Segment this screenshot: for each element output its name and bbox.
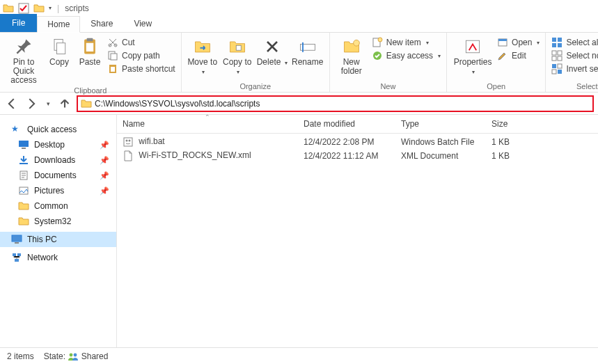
documents-icon	[18, 170, 29, 181]
tab-home[interactable]: Home	[37, 16, 80, 33]
sidebar-item-system32[interactable]: System32	[0, 214, 116, 229]
copy-to-icon	[228, 37, 247, 56]
svg-rect-23	[558, 38, 562, 42]
open-icon	[497, 37, 508, 48]
svg-rect-39	[12, 235, 22, 242]
group-label-organize: Organize	[186, 81, 325, 92]
sidebar-item-network[interactable]: Network	[0, 250, 116, 265]
easy-access-button[interactable]: Easy access▾	[372, 50, 441, 61]
sidebar-item-documents[interactable]: Documents📌	[0, 168, 116, 183]
svg-rect-36	[19, 163, 28, 164]
easy-access-icon	[372, 50, 383, 61]
chevron-down-icon: ▾	[472, 69, 475, 75]
tab-view[interactable]: View	[123, 15, 162, 32]
address-text: C:\Windows\SYSVOL\sysvol\std.local\scrip…	[95, 99, 260, 109]
column-type[interactable]: Type	[395, 119, 486, 129]
edit-button[interactable]: Edit	[497, 50, 540, 61]
sidebar-item-downloads[interactable]: Downloads📌	[0, 152, 116, 168]
ribbon-group-open: Properties ▾ Open▾ Edit Open	[447, 33, 546, 92]
pin-to-quick-access-button[interactable]: Pin to Quick access	[4, 34, 43, 85]
chevron-down-icon: ▾	[426, 40, 429, 46]
bat-file-icon	[123, 136, 134, 148]
select-all-button[interactable]: Select all	[551, 37, 598, 48]
column-name[interactable]: ⌃Name	[117, 119, 298, 129]
move-to-button[interactable]: Move to ▾	[186, 34, 219, 77]
ribbon-group-organize: Move to ▾ Copy to ▾ Delete ▾ Rename Orga…	[182, 33, 330, 92]
file-date: 12/4/2022 11:12 AM	[298, 151, 395, 161]
select-none-button[interactable]: Select none	[551, 50, 598, 61]
new-item-button[interactable]: New item▾	[372, 37, 441, 48]
sidebar-item-pictures[interactable]: Pictures📌	[0, 183, 116, 198]
copy-path-button[interactable]: Copy path	[107, 50, 175, 61]
svg-point-47	[70, 354, 73, 357]
navigation-bar: ▾ C:\Windows\SYSVOL\sysvol\std.local\scr…	[0, 93, 598, 115]
svg-rect-28	[552, 56, 556, 61]
svg-rect-22	[552, 38, 556, 42]
group-label-open: Open	[451, 81, 541, 92]
open-button[interactable]: Open▾	[497, 37, 540, 48]
svg-rect-29	[558, 56, 562, 61]
pc-icon	[11, 234, 22, 245]
chevron-down-icon: ▾	[285, 60, 288, 66]
up-button[interactable]	[57, 96, 72, 111]
copy-path-icon	[107, 50, 118, 61]
invert-icon	[551, 63, 562, 74]
svg-point-48	[74, 354, 77, 357]
forward-button[interactable]	[24, 96, 39, 111]
svg-rect-26	[552, 51, 556, 55]
paste-button[interactable]: Paste	[75, 34, 104, 67]
navigation-pane: ★ Quick access Desktop📌 Downloads📌 Docum…	[0, 115, 117, 347]
tab-file[interactable]: File	[0, 14, 37, 32]
sidebar-item-quick-access[interactable]: ★ Quick access	[0, 122, 116, 137]
back-button[interactable]	[4, 96, 19, 111]
checkbox-icon[interactable]	[18, 3, 29, 14]
column-size[interactable]: Size	[486, 119, 542, 129]
separator: |	[57, 3, 59, 13]
file-row[interactable]: Wi-Fi-STD_ROCKS_NEW.xml 12/4/2022 11:12 …	[117, 149, 598, 163]
properties-button[interactable]: Properties ▾	[451, 34, 494, 77]
paste-shortcut-button[interactable]: Paste shortcut	[107, 63, 175, 74]
new-folder-button[interactable]: New folder	[334, 34, 369, 76]
column-date[interactable]: Date modified	[298, 119, 395, 129]
recent-dropdown[interactable]: ▾	[43, 96, 53, 111]
file-type: XML Document	[395, 151, 486, 161]
svg-rect-12	[236, 45, 241, 50]
delete-button[interactable]: Delete ▾	[255, 34, 289, 68]
sidebar-item-desktop[interactable]: Desktop📌	[0, 137, 116, 152]
group-label-new: New	[334, 81, 442, 92]
downloads-icon	[18, 155, 29, 166]
svg-rect-21	[498, 39, 507, 41]
svg-rect-19	[466, 40, 479, 53]
cut-button[interactable]: Cut	[107, 37, 175, 48]
paste-icon	[80, 37, 100, 56]
rename-button[interactable]: Rename	[290, 34, 325, 67]
copy-to-button[interactable]: Copy to ▾	[221, 34, 254, 77]
file-size: 1 KB	[486, 151, 542, 161]
file-name: Wi-Fi-STD_ROCKS_NEW.xml	[139, 150, 251, 160]
pin-icon: 📌	[100, 156, 109, 165]
copy-button[interactable]: Copy	[45, 34, 74, 67]
file-row[interactable]: wifi.bat 12/4/2022 2:08 PM Windows Batch…	[117, 135, 598, 149]
svg-rect-14	[302, 42, 304, 52]
move-icon	[193, 37, 212, 56]
svg-rect-31	[558, 64, 562, 68]
folder-icon	[3, 3, 14, 14]
chevron-down-icon: ▾	[537, 40, 540, 46]
copy-icon	[49, 37, 69, 56]
dropdown-icon[interactable]: ▾	[49, 5, 52, 11]
file-date: 12/4/2022 2:08 PM	[298, 137, 395, 147]
sidebar-item-common[interactable]: Common	[0, 198, 116, 214]
pin-icon: 📌	[100, 141, 109, 150]
address-bar[interactable]: C:\Windows\SYSVOL\sysvol\std.local\scrip…	[77, 95, 594, 112]
edit-icon	[497, 50, 508, 61]
file-name: wifi.bat	[139, 136, 164, 146]
invert-selection-button[interactable]: Invert selection	[551, 63, 598, 74]
item-count: 2 items	[7, 351, 34, 361]
svg-rect-5	[86, 43, 94, 52]
sidebar-item-this-pc[interactable]: This PC	[0, 232, 116, 247]
chevron-down-icon: ▾	[438, 53, 441, 59]
tab-share[interactable]: Share	[80, 15, 123, 32]
chevron-down-icon: ▾	[202, 69, 205, 75]
svg-point-46	[129, 140, 131, 142]
column-headers: ⌃Name Date modified Type Size	[117, 115, 598, 134]
